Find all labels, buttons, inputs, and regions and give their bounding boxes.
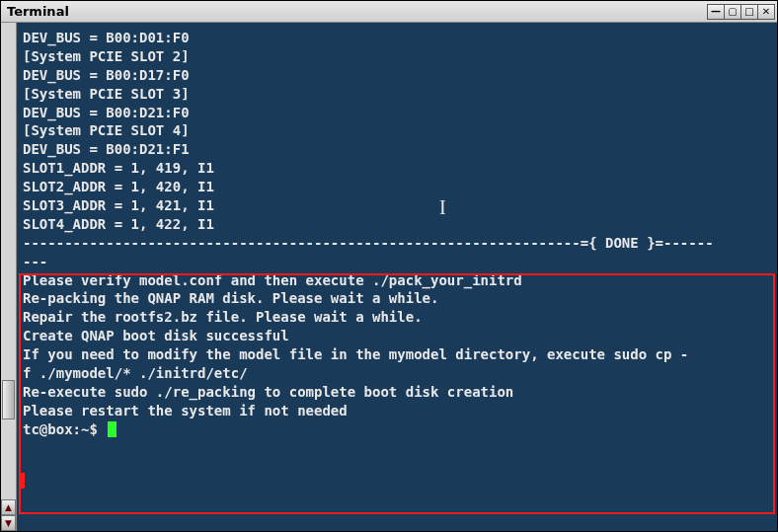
window-title: Terminal	[7, 4, 708, 19]
triangle-down-icon: ▼	[5, 518, 12, 528]
restore-button[interactable]: ▢	[724, 4, 741, 20]
terminal-window: Terminal — ▢ □ ✕ ▲ ▼ DEV_BUS = B00:D01:F…	[0, 0, 778, 532]
terminal-line: DEV_BUS = B00:D21:F1	[23, 140, 773, 159]
terminal-line: f ./mymodel/* ./initrd/etc/	[23, 364, 773, 383]
terminal-line: ---	[23, 253, 773, 271]
highlight-tab	[19, 473, 25, 489]
minimize-button[interactable]: —	[707, 4, 725, 20]
terminal-line: If you need to modify the model file in …	[23, 345, 773, 364]
terminal-line: [System PCIE SLOT 2]	[23, 47, 773, 66]
terminal-line: Re-execute sudo ./re_packing to complete…	[23, 383, 773, 402]
terminal-line: DEV_BUS = B00:D17:F0	[23, 66, 773, 85]
maximize-button[interactable]: □	[740, 4, 758, 20]
terminal-line: [System PCIE SLOT 3]	[23, 85, 773, 104]
triangle-up-icon: ▲	[5, 502, 12, 512]
scroll-track[interactable]	[1, 23, 16, 499]
shell-prompt: tc@box:~$	[23, 420, 106, 439]
prompt-line: tc@box:~$	[23, 420, 773, 439]
terminal-line: SLOT4_ADDR = 1, 422, I1	[23, 215, 773, 234]
terminal-line: [System PCIE SLOT 4]	[23, 121, 773, 140]
terminal-line: SLOT3_ADDR = 1, 421, I1	[23, 196, 773, 215]
vertical-scrollbar[interactable]: ▲ ▼	[1, 23, 17, 531]
terminal-line: ----------------------------------------…	[23, 234, 773, 253]
terminal-line: Please restart the system if not needed	[23, 402, 773, 420]
terminal-line: Repair the rootfs2.bz file. Please wait …	[23, 308, 773, 327]
terminal-line: DEV_BUS = B00:D21:F0	[23, 104, 773, 122]
close-button[interactable]: ✕	[757, 4, 775, 20]
terminal-line: DEV_BUS = B00:D01:F0	[23, 29, 773, 47]
terminal-output: DEV_BUS = B00:D01:F0[System PCIE SLOT 2]…	[23, 29, 773, 420]
terminal-line: Re-packing the QNAP RAM disk. Please wai…	[23, 289, 773, 308]
terminal-line: Create QNAP boot disk successful	[23, 327, 773, 345]
terminal-viewport[interactable]: DEV_BUS = B00:D01:F0[System PCIE SLOT 2]…	[17, 23, 777, 531]
scroll-up-button[interactable]: ▲	[1, 499, 16, 515]
terminal-line: Please verify model.conf and then execut…	[23, 271, 773, 290]
window-body: ▲ ▼ DEV_BUS = B00:D01:F0[System PCIE SLO…	[1, 23, 777, 531]
window-buttons: — ▢ □ ✕	[708, 4, 775, 20]
terminal-line: SLOT2_ADDR = 1, 420, I1	[23, 178, 773, 196]
scroll-thumb[interactable]	[2, 380, 15, 419]
scroll-down-button[interactable]: ▼	[1, 515, 16, 531]
titlebar[interactable]: Terminal — ▢ □ ✕	[1, 1, 777, 23]
terminal-line: SLOT1_ADDR = 1, 419, I1	[23, 159, 773, 178]
block-cursor-icon	[108, 421, 117, 437]
